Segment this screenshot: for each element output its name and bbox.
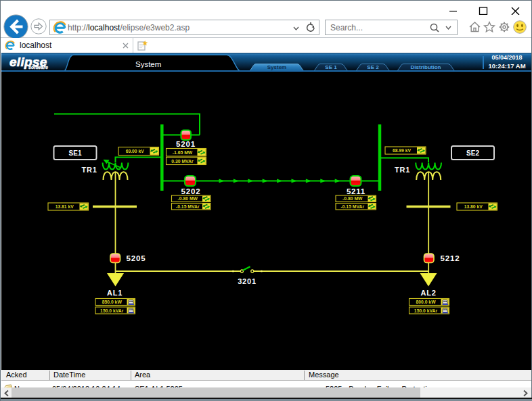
svg-text:-0.80 MW: -0.80 MW (178, 196, 198, 201)
svg-text:AL2: AL2 (420, 289, 436, 297)
svg-text:3201: 3201 (238, 277, 257, 285)
svg-text:TR1: TR1 (81, 166, 97, 174)
svg-text:5201: 5201 (176, 140, 196, 148)
svg-text:TR1: TR1 (395, 166, 410, 174)
svg-text:SE1: SE1 (69, 149, 82, 157)
svg-text:SE2: SE2 (466, 149, 479, 157)
svg-text:150.0 kVAr: 150.0 kVAr (414, 308, 438, 313)
svg-text:5202: 5202 (181, 187, 201, 195)
svg-text:0.30 MVAr: 0.30 MVAr (171, 159, 194, 164)
svg-text:150.0 kVAr: 150.0 kVAr (100, 308, 124, 313)
svg-text:69.00 kV: 69.00 kV (126, 149, 145, 154)
svg-text:-0.15 MVAr: -0.15 MVAr (340, 204, 364, 209)
svg-text:-0.15 MVAr: -0.15 MVAr (176, 204, 200, 209)
svg-text:5212: 5212 (441, 254, 460, 262)
svg-text:-0.80 MW: -0.80 MW (342, 196, 363, 201)
svg-text:13.81 kV: 13.81 kV (56, 204, 74, 209)
svg-text:800.0 kW: 800.0 kW (416, 300, 436, 304)
svg-text:13.80 kV: 13.80 kV (464, 204, 483, 209)
svg-text:5211: 5211 (347, 187, 365, 195)
svg-text:AL1: AL1 (107, 289, 123, 297)
svg-text:-1.65 MW: -1.65 MW (173, 150, 193, 155)
svg-text:850.0 kW: 850.0 kW (102, 300, 123, 304)
svg-text:5205: 5205 (127, 254, 146, 262)
svg-text:68.99 kV: 68.99 kV (393, 148, 412, 153)
